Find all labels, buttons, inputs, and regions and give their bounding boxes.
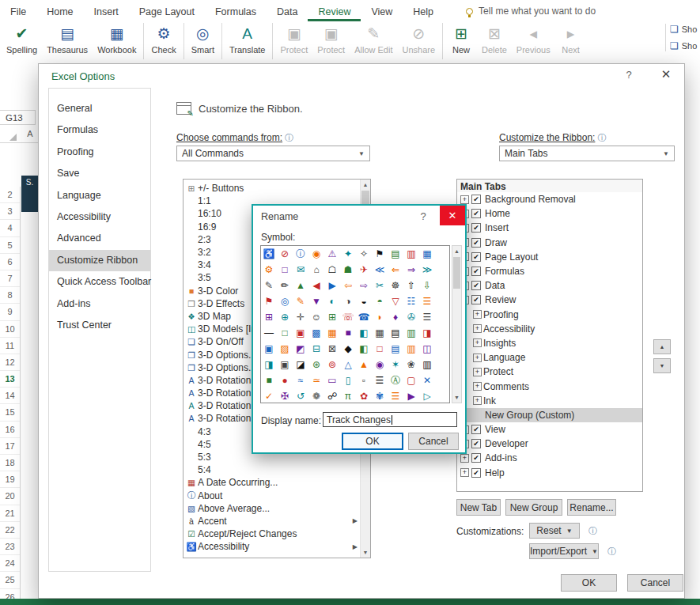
command-item[interactable]: ▧ Above Average... (185, 502, 359, 515)
symbol-icon[interactable]: △ (340, 357, 356, 372)
row-header[interactable]: 14 (0, 388, 20, 404)
rename-button[interactable]: Rename... (567, 499, 616, 516)
checkbox-icon[interactable]: ✔ (471, 209, 481, 218)
checkbox-icon[interactable]: ✔ (471, 267, 481, 276)
row-header[interactable]: 10 (0, 321, 20, 338)
symbol-icon[interactable]: ⚙ (261, 262, 277, 278)
tree-item[interactable]: + Accessibility (457, 322, 642, 336)
ribbon-button[interactable]: A Translate (225, 21, 270, 55)
row-header[interactable]: 7 (0, 270, 20, 287)
symbol-icon[interactable]: ▦ (324, 325, 340, 341)
symbol-icon[interactable]: ✂ (372, 278, 388, 293)
symbol-icon[interactable]: ◧ (356, 325, 372, 341)
command-item[interactable]: ▦ A Date Occurring... (185, 476, 359, 489)
row-header[interactable]: 11 (0, 338, 20, 354)
close-icon[interactable]: ✕ (440, 206, 465, 225)
ribbon-mini-button[interactable]: ❏ Sho (670, 24, 700, 35)
symbol-icon[interactable]: ▥ (419, 357, 435, 372)
checkbox-icon[interactable]: ✔ (471, 439, 481, 448)
expand-icon[interactable]: + (473, 310, 482, 319)
symbol-icon[interactable]: ▥ (403, 341, 419, 357)
symbol-icon[interactable]: ◀ (308, 278, 324, 293)
symbol-icon[interactable]: ◨ (419, 325, 435, 341)
tree-item[interactable]: + ✔ Help (457, 466, 642, 480)
select-all-icon[interactable] (9, 134, 17, 141)
ribbon-mini-button[interactable]: ❏ Sho (670, 40, 700, 51)
tree-item[interactable]: + ✔ Formulas (457, 264, 642, 278)
tree-item[interactable]: + Language (457, 350, 642, 365)
new-tab-button[interactable]: New Tab (456, 499, 501, 516)
symbol-icon[interactable]: ◒ (356, 293, 372, 309)
symbol-icon[interactable]: □ (277, 325, 293, 341)
options-nav-item[interactable]: Proofing (49, 142, 150, 163)
row-header[interactable]: 18 (0, 455, 20, 471)
symbol-icon[interactable]: ⇒ (403, 262, 419, 278)
symbol-icon[interactable]: ▤ (388, 325, 403, 341)
scroll-down-icon[interactable]: ▼ (452, 392, 461, 403)
symbol-icon[interactable]: ― (261, 325, 277, 341)
symbol-icon[interactable]: ⊠ (324, 341, 340, 357)
row-header[interactable]: 16 (0, 422, 20, 438)
ribbon-tab[interactable]: File (0, 2, 36, 21)
checkbox-icon[interactable]: ✔ (471, 252, 481, 262)
scrollbar-thumb[interactable] (453, 257, 460, 289)
symbol-icon[interactable]: ⇐ (388, 262, 403, 278)
symbol-icon[interactable]: ≪ (372, 262, 388, 278)
reset-button[interactable]: Reset▼ (529, 523, 580, 539)
symbol-icon[interactable]: ▨ (277, 341, 293, 357)
symbol-icon[interactable]: ▢ (403, 372, 419, 388)
symbol-icon[interactable]: ▭ (324, 372, 340, 388)
options-nav-item[interactable]: Quick Access Toolbar (49, 271, 150, 293)
command-item[interactable]: 5:4 (185, 463, 359, 476)
symbol-icon[interactable]: ▽ (388, 293, 403, 309)
symbol-icon[interactable]: ☖ (324, 262, 340, 278)
row-header[interactable]: 13 (0, 371, 20, 388)
symbol-icon[interactable]: ✇ (403, 309, 419, 325)
tree-item[interactable]: + ✔ Developer (457, 437, 642, 451)
symbol-icon[interactable]: ▲ (356, 357, 372, 372)
row-header[interactable]: 22 (0, 522, 20, 539)
symbol-icon[interactable]: ☸ (388, 278, 403, 293)
row-header[interactable]: 12 (0, 354, 20, 371)
symbol-icon[interactable]: ♦ (388, 309, 403, 325)
row-header[interactable]: 17 (0, 438, 20, 455)
symbol-icon[interactable]: Ⓐ (388, 372, 403, 388)
checkbox-icon[interactable]: ✔ (471, 238, 481, 248)
name-box[interactable]: G13 (0, 110, 36, 125)
tree-item[interactable]: + Proofing (457, 308, 642, 322)
expand-icon[interactable]: + (473, 382, 482, 391)
options-nav-item[interactable]: General (49, 98, 150, 119)
ribbon-button[interactable]: ⊞ New (445, 21, 477, 55)
symbol-icon[interactable]: ⊞ (261, 309, 277, 325)
symbol-icon[interactable]: ❁ (308, 388, 324, 403)
options-nav-item[interactable]: Trust Center (49, 315, 150, 336)
symbol-icon[interactable]: ▯ (340, 372, 356, 388)
symbol-icon[interactable]: ☰ (372, 372, 388, 388)
command-item[interactable]: ⓘ About (185, 490, 359, 502)
ribbon-button[interactable]: ▦ Workbook (93, 21, 141, 55)
symbol-icon[interactable]: ▼ (308, 293, 324, 309)
row-header[interactable]: 5 (0, 237, 20, 254)
symbol-icon[interactable]: □ (372, 341, 388, 357)
symbol-icon[interactable]: ▦ (372, 325, 388, 341)
tree-item[interactable]: + Protect (457, 365, 642, 379)
tree-item[interactable]: + ✔ Insert (457, 221, 642, 235)
expand-icon[interactable]: + (473, 324, 482, 333)
symbol-icon[interactable]: ◐ (324, 293, 340, 309)
symbol-icon[interactable]: ☰ (419, 293, 435, 309)
symbol-icon[interactable]: ◑ (340, 293, 356, 309)
symbol-icon[interactable]: ◫ (419, 341, 435, 357)
symbol-icon[interactable]: ✛ (293, 309, 308, 325)
row-header[interactable]: 19 (0, 471, 20, 488)
symbol-icon[interactable]: ⊞ (324, 309, 340, 325)
symbol-icon[interactable]: ▤ (388, 246, 403, 262)
expand-icon[interactable]: + (473, 368, 482, 376)
symbol-icon[interactable]: ⇦ (340, 278, 356, 293)
symbol-icon[interactable]: ▷ (419, 388, 435, 403)
symbol-icon[interactable]: ☺ (308, 309, 324, 325)
selected-dark-cell[interactable]: S. (21, 176, 38, 212)
symbol-icon[interactable]: ✦ (340, 246, 356, 262)
symbol-icon[interactable]: π (340, 388, 356, 403)
symbol-icon[interactable]: ❀ (403, 357, 419, 372)
symbol-icon[interactable]: ▥ (403, 246, 419, 262)
